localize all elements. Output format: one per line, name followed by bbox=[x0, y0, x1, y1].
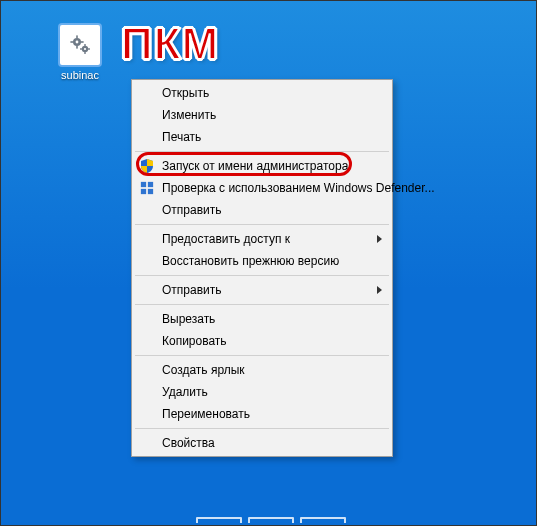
menu-label: Предоставить доступ к bbox=[162, 232, 290, 246]
menu-label: Отправить bbox=[162, 283, 222, 297]
menu-open[interactable]: Открыть bbox=[134, 82, 390, 104]
chevron-right-icon bbox=[377, 235, 382, 243]
menu-copy[interactable]: Копировать bbox=[134, 330, 390, 352]
svg-rect-13 bbox=[148, 182, 153, 187]
menu-label: Удалить bbox=[162, 385, 208, 399]
desktop-file-icon[interactable]: subinac bbox=[57, 25, 103, 81]
menu-label: Печать bbox=[162, 130, 201, 144]
menu-create-shortcut[interactable]: Создать ярлык bbox=[134, 359, 390, 381]
menu-edit[interactable]: Изменить bbox=[134, 104, 390, 126]
menu-share-access[interactable]: Предоставить доступ к bbox=[134, 228, 390, 250]
taskbar-partial bbox=[196, 517, 346, 523]
chevron-right-icon bbox=[377, 286, 382, 294]
gears-icon bbox=[60, 25, 100, 65]
desktop-file-label: subinac bbox=[57, 69, 103, 81]
menu-label: Переименовать bbox=[162, 407, 250, 421]
svg-point-1 bbox=[76, 41, 79, 44]
divider bbox=[135, 428, 389, 429]
svg-rect-8 bbox=[84, 44, 85, 46]
svg-rect-2 bbox=[76, 35, 78, 38]
menu-label: Вырезать bbox=[162, 312, 215, 326]
menu-restore-previous[interactable]: Восстановить прежнюю версию bbox=[134, 250, 390, 272]
menu-properties[interactable]: Свойства bbox=[134, 432, 390, 454]
divider bbox=[135, 275, 389, 276]
annotation-right-click: ПКМ bbox=[121, 19, 219, 69]
menu-label: Восстановить прежнюю версию bbox=[162, 254, 339, 268]
svg-rect-9 bbox=[84, 52, 85, 54]
menu-send-to-1[interactable]: Отправить bbox=[134, 199, 390, 221]
svg-rect-11 bbox=[88, 48, 90, 49]
windows-defender-icon bbox=[138, 179, 156, 197]
svg-rect-3 bbox=[76, 46, 78, 49]
svg-rect-4 bbox=[70, 41, 73, 43]
svg-rect-12 bbox=[141, 182, 146, 187]
menu-defender-scan[interactable]: Проверка с использованием Windows Defend… bbox=[134, 177, 390, 199]
menu-label: Создать ярлык bbox=[162, 363, 245, 377]
divider bbox=[135, 304, 389, 305]
menu-label: Копировать bbox=[162, 334, 227, 348]
menu-cut[interactable]: Вырезать bbox=[134, 308, 390, 330]
svg-rect-5 bbox=[81, 41, 84, 43]
context-menu: Открыть Изменить Печать Запуск от имени … bbox=[131, 79, 393, 457]
menu-label: Запуск от имени администратора bbox=[162, 159, 348, 173]
svg-point-7 bbox=[84, 48, 86, 50]
svg-rect-14 bbox=[141, 189, 146, 194]
divider bbox=[135, 151, 389, 152]
shield-uac-icon bbox=[138, 157, 156, 175]
menu-label: Изменить bbox=[162, 108, 216, 122]
menu-send-to-2[interactable]: Отправить bbox=[134, 279, 390, 301]
menu-label: Свойства bbox=[162, 436, 215, 450]
divider bbox=[135, 224, 389, 225]
menu-print[interactable]: Печать bbox=[134, 126, 390, 148]
menu-delete[interactable]: Удалить bbox=[134, 381, 390, 403]
menu-label: Проверка с использованием Windows Defend… bbox=[162, 181, 435, 195]
menu-label: Открыть bbox=[162, 86, 209, 100]
menu-run-as-admin[interactable]: Запуск от имени администратора bbox=[134, 155, 390, 177]
svg-rect-15 bbox=[148, 189, 153, 194]
divider bbox=[135, 355, 389, 356]
menu-rename[interactable]: Переименовать bbox=[134, 403, 390, 425]
svg-rect-10 bbox=[80, 48, 82, 49]
menu-label: Отправить bbox=[162, 203, 222, 217]
